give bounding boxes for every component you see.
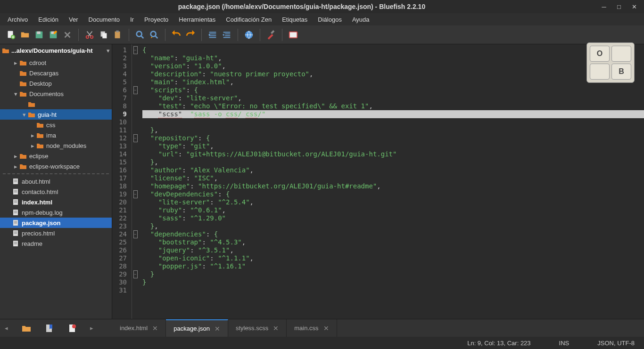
- line-number-gutter: 1234567891011121314151617181920212223242…: [112, 44, 132, 319]
- tab-styless.scss[interactable]: styless.scss✕: [228, 319, 287, 337]
- osk-key: [611, 46, 631, 62]
- tree-folder-eclipse[interactable]: ▸eclipse: [0, 151, 112, 161]
- sidebar: ...alexv/Documentos/guia-ht ▾ ▸cdrootDes…: [0, 44, 112, 319]
- open-file-button[interactable]: [19, 29, 31, 41]
- browser-preview-button[interactable]: [243, 29, 255, 41]
- tree-file-index.html[interactable]: index.html: [0, 197, 112, 207]
- svg-point-12: [137, 31, 142, 36]
- svg-rect-15: [289, 32, 297, 38]
- fold-toggle-line-6[interactable]: −: [133, 86, 138, 94]
- toolbar: [0, 25, 644, 44]
- fold-toggle-line-12[interactable]: −: [133, 134, 138, 142]
- unindent-button[interactable]: [206, 29, 219, 41]
- menu-codificación zen[interactable]: Codificación Zen: [221, 14, 276, 25]
- indent-button[interactable]: [221, 29, 233, 41]
- minimize-button[interactable]: ─: [601, 3, 607, 10]
- fullscreen-button[interactable]: [287, 29, 299, 41]
- fold-toggle-line-24[interactable]: −: [133, 230, 138, 238]
- tab-close-icon[interactable]: ✕: [215, 325, 220, 333]
- svg-point-25: [72, 325, 76, 328]
- fold-toggle-line-1[interactable]: −: [133, 46, 138, 54]
- tab-main.css[interactable]: main.css✕: [287, 319, 337, 337]
- tree-file-npm-debug.log[interactable]: npm-debug.log: [0, 207, 112, 218]
- sidebar-path-label: ...alexv/Documentos/guia-ht: [11, 47, 105, 54]
- tree-folder-Desktop[interactable]: Desktop: [0, 78, 112, 89]
- tree-folder-ima[interactable]: ▸ima: [0, 130, 112, 140]
- menubar: ArchivoEdiciónVerDocumentoIrProyectoHerr…: [0, 13, 644, 25]
- statusbar: Ln: 9, Col: 13, Car: 223 INS JSON, UTF-8: [0, 337, 644, 349]
- tree-file-package.json[interactable]: package.json: [0, 218, 112, 228]
- tree-folder-cdroot[interactable]: ▸cdroot: [0, 57, 112, 68]
- tab-package.json[interactable]: package.json✕: [166, 319, 228, 337]
- svg-rect-10: [115, 31, 120, 38]
- tree-folder-Descargas[interactable]: Descargas: [0, 68, 112, 78]
- maximize-button[interactable]: □: [616, 3, 622, 10]
- osk-key: B: [611, 64, 631, 80]
- fold-toggle-line-29[interactable]: −: [133, 270, 138, 278]
- titlebar: package.json (/home/alexv/Documentos/gui…: [0, 0, 644, 13]
- file-tabs: index.html✕package.json✕styless.scss✕mai…: [112, 319, 337, 337]
- close-button[interactable]: ✕: [631, 3, 637, 10]
- osk-key: [590, 64, 610, 80]
- save-button[interactable]: [33, 29, 45, 41]
- svg-rect-11: [116, 30, 119, 32]
- svg-rect-21: [13, 230, 18, 236]
- tools-button[interactable]: [265, 29, 277, 41]
- tree-folder-eclipse-workspace[interactable]: ▸eclipse-workspace: [0, 161, 112, 171]
- tree-folder-css[interactable]: css: [0, 120, 112, 130]
- save-as-button[interactable]: [47, 29, 59, 41]
- menu-etiquetas[interactable]: Etiquetas: [277, 14, 312, 25]
- tree-file-readme[interactable]: readme: [0, 238, 112, 249]
- menu-ayuda[interactable]: Ayuda: [347, 14, 374, 25]
- svg-rect-17: [13, 189, 18, 195]
- paste-button[interactable]: [112, 29, 124, 41]
- document-icon[interactable]: [67, 324, 77, 333]
- open-folder-icon[interactable]: [21, 324, 32, 333]
- svg-rect-22: [13, 241, 18, 246]
- folder-icon: [2, 47, 9, 54]
- tree-file-contacto.html[interactable]: contacto.html: [0, 187, 112, 197]
- tree-folder-Documentos[interactable]: ▾Documentos: [0, 89, 112, 99]
- menu-diálogos[interactable]: Diálogos: [313, 14, 347, 25]
- prev-button[interactable]: ◂: [5, 325, 8, 332]
- search-button[interactable]: [134, 29, 146, 41]
- svg-rect-19: [13, 210, 18, 215]
- tab-close-icon[interactable]: ✕: [273, 325, 279, 332]
- bottom-bar: ◂ ▸ index.html✕package.json✕styless.scss…: [0, 319, 644, 337]
- undo-button[interactable]: [170, 29, 182, 41]
- menu-archivo[interactable]: Archivo: [3, 14, 33, 25]
- osk-key: O: [590, 46, 610, 62]
- chevron-down-icon: ▾: [107, 47, 110, 54]
- sidebar-path-selector[interactable]: ...alexv/Documentos/guia-ht ▾: [0, 44, 112, 57]
- tab-close-icon[interactable]: ✕: [323, 325, 329, 332]
- tab-index.html[interactable]: index.html✕: [112, 319, 166, 337]
- tree-folder-guia-ht[interactable]: ▾guia-ht: [0, 109, 112, 120]
- menu-ver[interactable]: Ver: [64, 14, 83, 25]
- editor[interactable]: 1234567891011121314151617181920212223242…: [112, 44, 644, 319]
- fold-toggle-line-19[interactable]: −: [133, 190, 138, 198]
- tab-close-icon[interactable]: ✕: [152, 325, 158, 332]
- new-file-button[interactable]: [5, 29, 17, 41]
- next-button[interactable]: ▸: [90, 325, 93, 332]
- menu-ir[interactable]: Ir: [125, 14, 139, 25]
- svg-rect-18: [13, 199, 18, 205]
- onscreen-keyboard-overlay: OB: [586, 42, 635, 83]
- replace-button[interactable]: [148, 29, 160, 41]
- menu-documento[interactable]: Documento: [84, 14, 124, 25]
- tree-folder-unnamed[interactable]: [0, 99, 112, 109]
- bookmark-icon[interactable]: [45, 324, 54, 333]
- tree-folder-node_modules[interactable]: ▸node_modules: [0, 140, 112, 151]
- menu-edición[interactable]: Edición: [33, 14, 63, 25]
- tree-file-precios.html[interactable]: precios.html: [0, 228, 112, 238]
- menu-herramientas[interactable]: Herramientas: [174, 14, 220, 25]
- close-file-button[interactable]: [61, 29, 74, 41]
- window-title: package.json (/home/alexv/Documentos/gui…: [3, 3, 601, 10]
- status-insert-mode: INS: [559, 340, 570, 347]
- tree-file-about.html[interactable]: about.html: [0, 176, 112, 187]
- menu-proyecto[interactable]: Proyecto: [140, 14, 173, 25]
- code-area[interactable]: { "name": "guia-ht", "version": "1.0.0",…: [139, 44, 644, 319]
- svg-rect-3: [37, 31, 40, 34]
- cut-button[interactable]: [83, 29, 96, 41]
- redo-button[interactable]: [184, 29, 197, 41]
- copy-button[interactable]: [98, 29, 110, 41]
